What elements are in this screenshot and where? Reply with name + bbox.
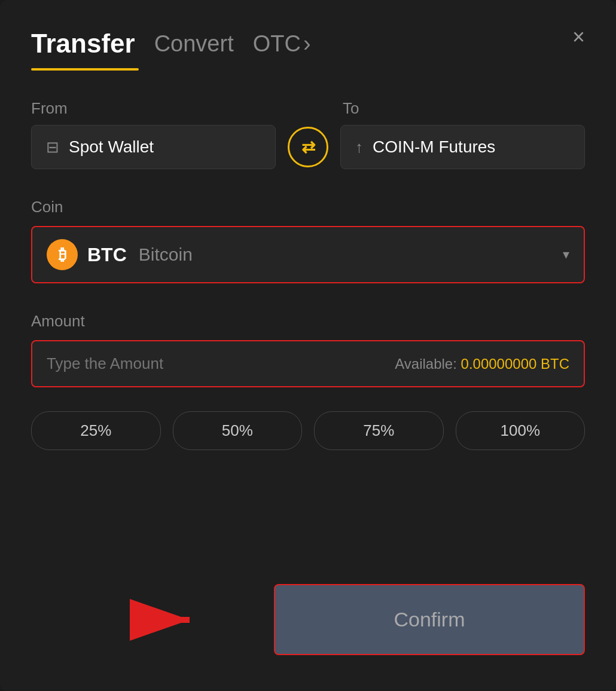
coin-label: Coin xyxy=(31,198,585,216)
active-tab-underline xyxy=(31,68,139,71)
btc-icon: ₿ xyxy=(47,239,78,270)
amount-input[interactable] xyxy=(47,354,395,373)
coin-selector[interactable]: ₿ BTC Bitcoin ▾ xyxy=(31,226,585,283)
to-wallet-box[interactable]: ↑ COIN-M Futures xyxy=(340,125,585,169)
transfer-modal: Transfer Convert OTC › × From To ⊟ Spot … xyxy=(0,0,616,691)
from-label: From xyxy=(31,99,273,118)
from-wallet-label: Spot Wallet xyxy=(69,137,154,157)
to-wallet-label: COIN-M Futures xyxy=(373,137,495,157)
percent-row: 25% 50% 75% 100% xyxy=(31,411,585,450)
percent-75-button[interactable]: 75% xyxy=(314,411,444,450)
wallet-icon: ⊟ xyxy=(46,138,59,157)
tab-convert[interactable]: Convert xyxy=(154,31,234,57)
swap-button[interactable]: ⇄ xyxy=(288,127,328,167)
futures-icon: ↑ xyxy=(355,138,363,157)
confirm-button[interactable]: Confirm xyxy=(274,584,585,655)
confirm-row: Confirm xyxy=(31,584,585,655)
arrow-indicator xyxy=(127,593,199,649)
to-label: To xyxy=(343,99,585,118)
percent-50-button[interactable]: 50% xyxy=(173,411,303,450)
swap-icon: ⇄ xyxy=(301,137,315,157)
wallet-row: ⊟ Spot Wallet ⇄ ↑ COIN-M Futures xyxy=(31,125,585,169)
coin-symbol: BTC xyxy=(87,244,127,266)
coin-full-name: Bitcoin xyxy=(139,244,193,265)
tab-otc[interactable]: OTC › xyxy=(253,31,311,57)
percent-100-button[interactable]: 100% xyxy=(456,411,585,450)
available-display: Available: 0.00000000 BTC xyxy=(395,356,569,372)
from-wallet-box[interactable]: ⊟ Spot Wallet xyxy=(31,125,276,169)
close-button[interactable]: × xyxy=(572,26,585,48)
available-value: 0.00000000 BTC xyxy=(461,356,569,372)
percent-25-button[interactable]: 25% xyxy=(31,411,161,450)
amount-section: Amount Available: 0.00000000 BTC xyxy=(31,312,585,387)
amount-box: Available: 0.00000000 BTC xyxy=(31,340,585,387)
arrow-svg xyxy=(127,593,199,647)
active-tab-transfer: Transfer xyxy=(31,29,135,59)
modal-header: Transfer Convert OTC › × xyxy=(31,29,585,59)
chevron-down-icon: ▾ xyxy=(563,247,569,262)
amount-label: Amount xyxy=(31,312,585,331)
coin-section: Coin ₿ BTC Bitcoin ▾ xyxy=(31,198,585,283)
from-to-labels: From To xyxy=(31,99,585,118)
